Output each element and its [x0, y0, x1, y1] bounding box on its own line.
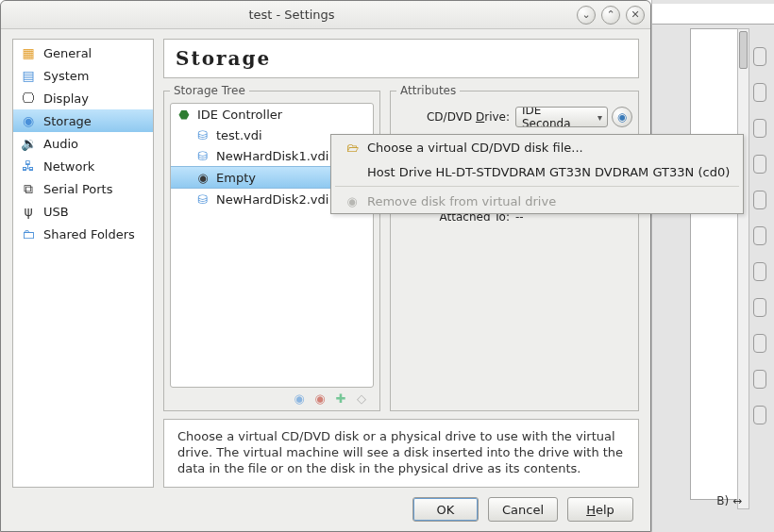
help-button[interactable]: Help	[567, 497, 633, 522]
remove-attachment-button[interactable]: ◇	[353, 390, 370, 407]
tree-controller-label: IDE Controller	[197, 108, 282, 122]
harddisk-icon: ⛁	[195, 127, 210, 142]
window-close-button[interactable]: ✕	[626, 6, 645, 25]
settings-dialog: test - Settings ⌄ ⌃ ✕ ▦ General ▤ System	[0, 0, 651, 532]
add-controller-icon: ◉	[294, 391, 304, 406]
drive-select-value: IDE Seconda	[522, 107, 590, 127]
general-icon: ▦	[21, 45, 36, 60]
add-controller-button[interactable]: ◉	[291, 390, 308, 407]
window-title: test - Settings	[7, 8, 577, 22]
bg-handle[interactable]	[753, 262, 766, 281]
popup-item-label: Remove disk from virtual drive	[367, 194, 556, 208]
remove-controller-button[interactable]: ◉	[311, 390, 328, 407]
folder-icon: 🗀	[21, 226, 36, 241]
page-title: Storage	[176, 47, 627, 70]
help-description: Choose a virtual CD/DVD disk or a physic…	[163, 419, 639, 488]
add-attachment-button[interactable]: ✚	[332, 390, 349, 407]
bg-handle[interactable]	[753, 370, 766, 389]
close-icon: ✕	[631, 8, 639, 21]
bg-handle[interactable]	[753, 298, 766, 317]
sidebar-item-storage[interactable]: ◉ Storage	[13, 109, 153, 132]
sidebar-item-general[interactable]: ▦ General	[13, 42, 153, 64]
sidebar-item-label: Audio	[43, 137, 78, 151]
sidebar-item-label: Storage	[43, 114, 92, 128]
sidebar-item-label: USB	[43, 205, 69, 219]
bg-handle[interactable]	[753, 406, 766, 424]
titlebar[interactable]: test - Settings ⌄ ⌃ ✕	[1, 1, 650, 29]
remove-controller-icon: ◉	[314, 391, 325, 406]
cd-icon: ◉	[617, 110, 627, 124]
diamond-icon: ◇	[357, 391, 366, 406]
chevron-down-icon: ⌄	[581, 8, 590, 21]
sidebar-item-network[interactable]: 🖧 Network	[13, 155, 153, 177]
ok-button[interactable]: OK	[412, 497, 479, 522]
cancel-button[interactable]: Cancel	[488, 497, 558, 522]
sidebar-item-label: Shared Folders	[43, 227, 135, 241]
harddisk-icon: ⛁	[195, 148, 210, 163]
sidebar-item-serial-ports[interactable]: ⧉ Serial Ports	[13, 177, 153, 200]
bg-handle[interactable]	[753, 155, 766, 174]
disk-popup-menu: 🗁 Choose a virtual CD/DVD disk file... H…	[330, 134, 744, 214]
display-icon: 🖵	[21, 91, 36, 106]
plus-icon: ✚	[336, 391, 346, 406]
page-title-box: Storage	[163, 39, 639, 78]
sidebar-item-usb[interactable]: ψ USB	[13, 200, 153, 223]
folder-open-icon: 🗁	[345, 140, 360, 155]
cd-icon: ◉	[195, 170, 210, 185]
popup-choose-disk-file[interactable]: 🗁 Choose a virtual CD/DVD disk file...	[331, 135, 743, 159]
dialog-buttons: OK Cancel Help	[1, 488, 650, 531]
tree-device-label: test.vdi	[216, 128, 262, 142]
bg-handle[interactable]	[753, 191, 766, 209]
storage-tree-legend: Storage Tree	[170, 84, 249, 97]
sidebar-item-label: Network	[43, 159, 94, 174]
network-icon: 🖧	[21, 158, 36, 174]
background-application: B) ↔	[651, 0, 774, 532]
scrollbar-thumb[interactable]	[739, 31, 749, 69]
bg-handle[interactable]	[753, 83, 766, 102]
drive-select[interactable]: IDE Seconda	[515, 107, 608, 127]
popup-item-label: Host Drive HL-DT-STDVDRAM GT33N DVDRAM G…	[367, 165, 730, 179]
window-minimize-button[interactable]: ⌄	[577, 6, 596, 25]
tree-toolbar: ◉ ◉ ✚ ◇	[170, 388, 374, 408]
attributes-legend: Attributes	[396, 84, 460, 97]
bg-handle[interactable]	[753, 334, 766, 353]
harddisk-icon: ⛁	[195, 191, 210, 207]
main-panel: Storage Storage Tree ⬣ IDE Controller ⛁ …	[163, 39, 639, 488]
tree-controller-row[interactable]: ⬣ IDE Controller	[171, 104, 373, 125]
tree-device-label: NewHardDisk2.vdi	[216, 192, 328, 207]
choose-disk-button[interactable]: ◉	[612, 107, 632, 127]
popup-remove-disk: ◉ Remove disk from virtual drive	[331, 189, 743, 213]
sidebar-item-label: Serial Ports	[43, 182, 112, 196]
usb-icon: ψ	[21, 204, 36, 219]
tree-device-label: NewHardDisk1.vdi	[216, 149, 328, 163]
bg-status: B) ↔	[716, 494, 742, 507]
bg-handle[interactable]	[753, 119, 766, 138]
blank-icon	[345, 164, 360, 179]
sidebar-item-label: General	[43, 46, 92, 60]
disc-icon: ◉	[21, 113, 36, 128]
settings-sidebar: ▦ General ▤ System 🖵 Display ◉ Storage 🔉…	[12, 39, 154, 488]
chip-icon: ▤	[21, 68, 36, 83]
tree-device-label: Empty	[216, 171, 256, 185]
sidebar-item-label: System	[43, 69, 89, 83]
sidebar-item-system[interactable]: ▤ System	[13, 64, 153, 87]
bg-handle[interactable]	[753, 226, 766, 245]
serial-icon: ⧉	[21, 181, 36, 196]
drive-label: CD/DVD Drive:	[396, 110, 510, 124]
popup-separator	[335, 186, 739, 187]
ruler	[652, 4, 774, 25]
bg-handle[interactable]	[753, 47, 766, 66]
chevron-up-icon: ⌃	[606, 8, 614, 21]
controller-icon: ⬣	[177, 107, 192, 122]
sidebar-item-label: Display	[43, 91, 89, 106]
popup-item-label: Choose a virtual CD/DVD disk file...	[367, 141, 583, 155]
sidebar-item-display[interactable]: 🖵 Display	[13, 87, 153, 109]
window-maximize-button[interactable]: ⌃	[601, 6, 620, 25]
sidebar-item-audio[interactable]: 🔉 Audio	[13, 132, 153, 155]
background-scrollbar[interactable]	[737, 28, 749, 509]
speaker-icon: 🔉	[21, 136, 36, 151]
attr-row-drive: CD/DVD Drive: IDE Seconda ◉	[396, 103, 632, 131]
popup-host-drive[interactable]: Host Drive HL-DT-STDVDRAM GT33N DVDRAM G…	[331, 159, 743, 184]
sidebar-item-shared-folders[interactable]: 🗀 Shared Folders	[13, 223, 153, 245]
cd-remove-icon: ◉	[345, 193, 360, 208]
